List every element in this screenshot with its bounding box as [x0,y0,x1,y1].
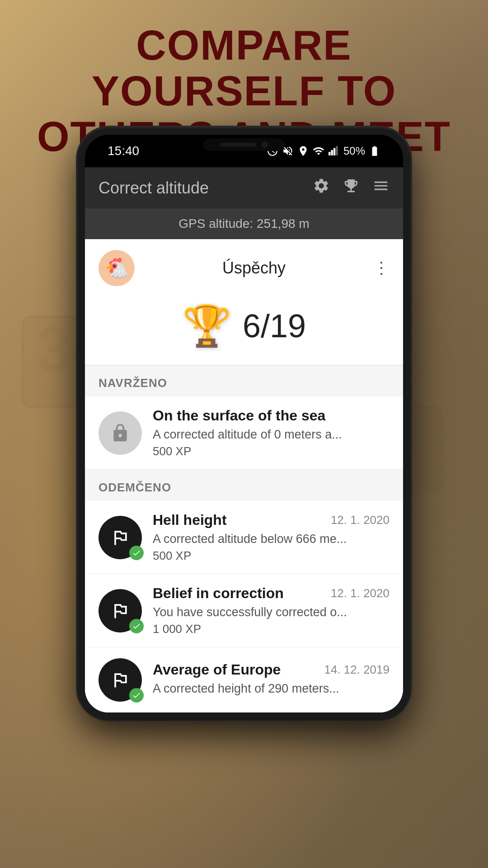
mountain-hell-icon [110,528,130,547]
phone-outer-frame: 15:40 50% [77,127,411,721]
achievement-date-hell: 12. 1. 2020 [331,513,389,527]
user-avatar: 🐔 [99,250,135,286]
front-camera [262,142,268,148]
achievement-icon-wrapper-hell [99,516,142,559]
achievement-desc-europe: A corrected height of 290 meters... [153,682,389,696]
achievement-title-row-belief: Belief in correction 12. 1. 2020 [153,585,389,602]
svg-rect-6 [333,148,335,156]
mountain-belief-icon [110,601,130,621]
status-bar-container: 15:40 50% [85,135,403,167]
achievement-info-europe: Average of Europe 14. 12. 2019 A correct… [153,661,389,698]
achievements-trophy-icon: 🏆 [182,302,232,349]
achievement-desc-hell: A corrected altitude below 666 me... [153,532,389,546]
achievements-card: 🐔 Úspěchy ⋮ 🏆 6/19 [85,239,403,365]
achievement-name-hell: Hell height [153,512,227,528]
trophy-icon[interactable] [343,177,360,198]
settings-icon[interactable] [313,177,330,198]
battery-icon [369,145,380,157]
phone-notch [203,138,285,151]
achievement-item-europe: Average of Europe 14. 12. 2019 A correct… [85,647,403,712]
achievement-desc-belief: You have successfully corrected o... [153,605,389,619]
check-badge-europe [129,688,144,703]
achievement-title-row-europe: Average of Europe 14. 12. 2019 [153,661,389,678]
app-title: Correct altitude [99,179,209,198]
status-time: 15:40 [108,144,139,158]
location-icon [297,145,309,157]
achievement-name-europe: Average of Europe [153,661,281,678]
signal-icon [328,145,340,157]
achievement-item-sea: On the surface of the sea A corrected al… [85,396,403,470]
achievements-count: 6/19 [243,307,306,344]
achievement-xp-hell: 500 XP [153,549,389,563]
battery-text: 50% [343,145,365,157]
achievement-info-hell: Hell height 12. 1. 2020 A corrected alti… [153,512,389,563]
achievement-title-row-hell: Hell height 12. 1. 2020 [153,512,389,528]
achievement-date-europe: 14. 12. 2019 [324,663,389,677]
app-toolbar: Correct altitude [85,167,403,208]
hamburger-menu-icon[interactable] [372,177,389,198]
checkmark-icon [132,548,141,557]
achievement-item-hell: Hell height 12. 1. 2020 A corrected alti… [85,501,403,574]
achievement-desc-sea: A corrected altitude of 0 meters a... [153,428,389,442]
achievement-date-belief: 12. 1. 2020 [331,586,389,600]
lock-icon [110,423,130,443]
gps-altitude-text: GPS altitude: 251,98 m [178,217,310,231]
achievement-xp-belief: 1 000 XP [153,622,389,636]
more-options-icon[interactable]: ⋮ [373,259,389,278]
achievement-info-belief: Belief in correction 12. 1. 2020 You hav… [153,585,389,636]
check-badge-hell [129,546,144,560]
achievement-name-belief: Belief in correction [153,585,284,602]
trophy-score-row: 🏆 6/19 [182,293,306,354]
achievement-icon-locked-sea [99,411,142,455]
status-bar: 15:40 50% [103,135,385,167]
checkmark-icon-3 [132,691,141,700]
check-badge-belief [129,619,144,633]
mountain-europe-icon [110,670,130,690]
svg-rect-7 [336,146,338,156]
speaker-grille [220,143,256,146]
achievement-item-belief: Belief in correction 12. 1. 2020 You hav… [85,574,403,647]
achievement-xp-sea: 500 XP [153,444,389,458]
achievement-title-row-sea: On the surface of the sea [153,407,389,424]
section-odemceno-header: ODEMČENO [85,470,403,501]
achievement-icon-wrapper-belief [99,589,142,632]
achievement-icon-wrapper-europe [99,658,142,702]
achievements-screen-title: Úspěchy [135,259,373,278]
achievement-name-sea: On the surface of the sea [153,407,325,424]
phone-screen: Correct altitude [85,167,403,712]
achievement-info-sea: On the surface of the sea A corrected al… [153,407,389,458]
svg-rect-4 [328,152,330,156]
wifi-icon [313,145,324,157]
section-navrzeno-header: NAVRŽENO [85,365,403,396]
svg-rect-5 [331,150,333,156]
achievements-header-row: 🐔 Úspěchy ⋮ [99,250,389,286]
toolbar-icons-group [313,177,389,198]
phone-device: 15:40 50% [77,127,411,721]
checkmark-icon-2 [132,622,141,631]
gps-altitude-bar: GPS altitude: 251,98 m [85,208,403,239]
